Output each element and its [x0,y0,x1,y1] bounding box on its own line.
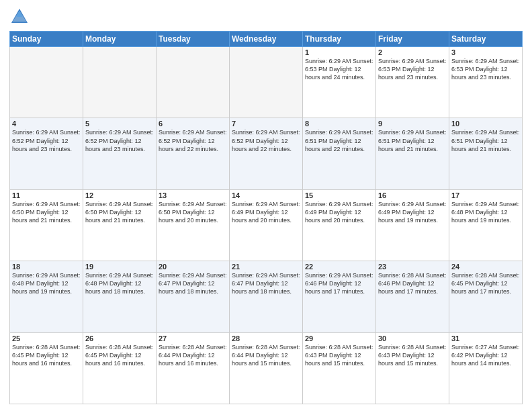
day-info: Sunrise: 6:29 AM Sunset: 6:46 PM Dayligh… [305,271,373,295]
day-info: Sunrise: 6:29 AM Sunset: 6:47 PM Dayligh… [232,271,300,295]
day-info: Sunrise: 6:28 AM Sunset: 6:46 PM Dayligh… [378,271,447,295]
calendar-table: Sunday Monday Tuesday Wednesday Thursday… [9,31,523,404]
day-info: Sunrise: 6:28 AM Sunset: 6:43 PM Dayligh… [305,343,373,367]
day-cell: 15Sunrise: 6:29 AM Sunset: 6:49 PM Dayli… [303,189,376,261]
day-number: 2 [378,48,447,56]
week-row-4: 25Sunrise: 6:28 AM Sunset: 6:45 PM Dayli… [10,332,523,404]
day-number: 5 [85,120,154,128]
day-cell: 5Sunrise: 6:29 AM Sunset: 6:52 PM Daylig… [83,118,157,189]
day-number: 15 [305,191,373,199]
day-info: Sunrise: 6:29 AM Sunset: 6:53 PM Dayligh… [378,57,447,81]
day-number: 14 [232,191,300,199]
day-number: 21 [232,263,300,271]
day-number: 28 [232,334,300,342]
day-number: 19 [85,263,154,271]
day-number: 25 [12,334,81,342]
day-info: Sunrise: 6:29 AM Sunset: 6:52 PM Dayligh… [85,128,154,152]
day-info: Sunrise: 6:29 AM Sunset: 6:53 PM Dayligh… [305,57,373,81]
day-info: Sunrise: 6:28 AM Sunset: 6:45 PM Dayligh… [85,343,154,367]
day-cell: 26Sunrise: 6:28 AM Sunset: 6:45 PM Dayli… [83,332,157,404]
day-number: 9 [378,120,447,128]
day-info: Sunrise: 6:29 AM Sunset: 6:47 PM Dayligh… [159,271,227,295]
col-monday: Monday [83,32,157,47]
day-cell: 25Sunrise: 6:28 AM Sunset: 6:45 PM Dayli… [10,332,83,404]
day-info: Sunrise: 6:29 AM Sunset: 6:48 PM Dayligh… [85,271,154,295]
day-cell: 4Sunrise: 6:29 AM Sunset: 6:52 PM Daylig… [10,118,83,189]
day-cell: 19Sunrise: 6:29 AM Sunset: 6:48 PM Dayli… [83,261,157,332]
day-info: Sunrise: 6:29 AM Sunset: 6:48 PM Dayligh… [12,271,81,295]
day-info: Sunrise: 6:29 AM Sunset: 6:49 PM Dayligh… [305,200,373,224]
col-sunday: Sunday [10,32,83,47]
day-info: Sunrise: 6:29 AM Sunset: 6:49 PM Dayligh… [232,200,300,224]
col-friday: Friday [376,32,449,47]
day-cell: 2Sunrise: 6:29 AM Sunset: 6:53 PM Daylig… [376,47,449,118]
day-cell: 21Sunrise: 6:29 AM Sunset: 6:47 PM Dayli… [230,261,303,332]
day-cell [83,47,157,118]
day-info: Sunrise: 6:29 AM Sunset: 6:50 PM Dayligh… [12,200,81,224]
week-row-2: 11Sunrise: 6:29 AM Sunset: 6:50 PM Dayli… [10,189,523,261]
week-row-0: 1Sunrise: 6:29 AM Sunset: 6:53 PM Daylig… [10,47,523,118]
day-number: 24 [451,263,520,271]
week-row-3: 18Sunrise: 6:29 AM Sunset: 6:48 PM Dayli… [10,261,523,332]
day-cell: 1Sunrise: 6:29 AM Sunset: 6:53 PM Daylig… [303,47,376,118]
day-cell: 12Sunrise: 6:29 AM Sunset: 6:50 PM Dayli… [83,189,157,261]
day-info: Sunrise: 6:29 AM Sunset: 6:51 PM Dayligh… [451,128,520,152]
day-number: 26 [85,334,154,342]
logo-icon [9,7,30,27]
day-info: Sunrise: 6:29 AM Sunset: 6:48 PM Dayligh… [451,200,520,224]
header [9,7,523,27]
day-cell: 24Sunrise: 6:28 AM Sunset: 6:45 PM Dayli… [449,261,523,332]
day-cell: 13Sunrise: 6:29 AM Sunset: 6:50 PM Dayli… [157,189,230,261]
week-row-1: 4Sunrise: 6:29 AM Sunset: 6:52 PM Daylig… [10,118,523,189]
day-number: 31 [451,334,520,342]
day-cell: 28Sunrise: 6:28 AM Sunset: 6:44 PM Dayli… [230,332,303,404]
day-number: 11 [12,191,81,199]
logo [9,7,32,27]
day-info: Sunrise: 6:27 AM Sunset: 6:42 PM Dayligh… [451,343,520,367]
day-number: 18 [12,263,81,271]
day-number: 7 [232,120,300,128]
day-number: 8 [305,120,373,128]
col-saturday: Saturday [449,32,523,47]
day-cell: 30Sunrise: 6:28 AM Sunset: 6:43 PM Dayli… [376,332,449,404]
day-number: 20 [159,263,227,271]
day-cell: 20Sunrise: 6:29 AM Sunset: 6:47 PM Dayli… [157,261,230,332]
day-number: 6 [159,120,227,128]
day-number: 23 [378,263,447,271]
day-info: Sunrise: 6:29 AM Sunset: 6:50 PM Dayligh… [159,200,227,224]
day-cell: 22Sunrise: 6:29 AM Sunset: 6:46 PM Dayli… [303,261,376,332]
day-cell: 18Sunrise: 6:29 AM Sunset: 6:48 PM Dayli… [10,261,83,332]
day-number: 10 [451,120,520,128]
day-cell: 31Sunrise: 6:27 AM Sunset: 6:42 PM Dayli… [449,332,523,404]
col-wednesday: Wednesday [230,32,303,47]
day-cell: 11Sunrise: 6:29 AM Sunset: 6:50 PM Dayli… [10,189,83,261]
day-cell: 7Sunrise: 6:29 AM Sunset: 6:52 PM Daylig… [230,118,303,189]
page: Sunday Monday Tuesday Wednesday Thursday… [0,0,532,411]
day-info: Sunrise: 6:28 AM Sunset: 6:45 PM Dayligh… [12,343,81,367]
day-number: 1 [305,48,373,56]
day-info: Sunrise: 6:29 AM Sunset: 6:52 PM Dayligh… [12,128,81,152]
day-info: Sunrise: 6:29 AM Sunset: 6:52 PM Dayligh… [232,128,300,152]
day-cell: 6Sunrise: 6:29 AM Sunset: 6:52 PM Daylig… [157,118,230,189]
day-cell: 8Sunrise: 6:29 AM Sunset: 6:51 PM Daylig… [303,118,376,189]
day-cell: 9Sunrise: 6:29 AM Sunset: 6:51 PM Daylig… [376,118,449,189]
day-cell: 16Sunrise: 6:29 AM Sunset: 6:49 PM Dayli… [376,189,449,261]
day-number: 3 [451,48,520,56]
day-info: Sunrise: 6:28 AM Sunset: 6:44 PM Dayligh… [232,343,300,367]
day-cell [10,47,83,118]
day-info: Sunrise: 6:28 AM Sunset: 6:43 PM Dayligh… [378,343,447,367]
day-cell: 14Sunrise: 6:29 AM Sunset: 6:49 PM Dayli… [230,189,303,261]
day-info: Sunrise: 6:29 AM Sunset: 6:51 PM Dayligh… [305,128,373,152]
day-number: 16 [378,191,447,199]
day-number: 12 [85,191,154,199]
day-cell: 3Sunrise: 6:29 AM Sunset: 6:53 PM Daylig… [449,47,523,118]
day-cell: 27Sunrise: 6:28 AM Sunset: 6:44 PM Dayli… [157,332,230,404]
weekday-header-row: Sunday Monday Tuesday Wednesday Thursday… [10,32,523,47]
col-thursday: Thursday [303,32,376,47]
day-cell [230,47,303,118]
day-cell: 29Sunrise: 6:28 AM Sunset: 6:43 PM Dayli… [303,332,376,404]
day-number: 27 [159,334,227,342]
day-number: 17 [451,191,520,199]
day-info: Sunrise: 6:29 AM Sunset: 6:49 PM Dayligh… [378,200,447,224]
day-info: Sunrise: 6:29 AM Sunset: 6:52 PM Dayligh… [159,128,227,152]
